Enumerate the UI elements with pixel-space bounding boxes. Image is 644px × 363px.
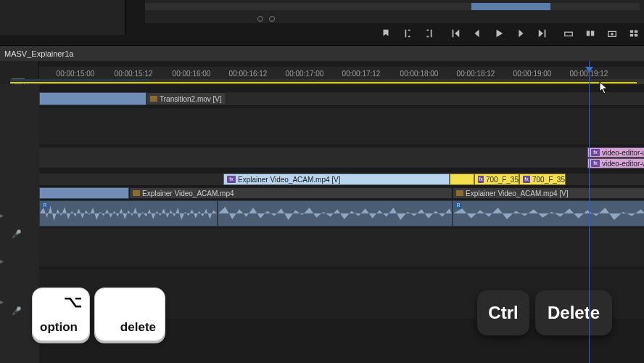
mini-timeline[interactable] xyxy=(145,3,640,10)
key-label: delete xyxy=(120,320,156,335)
svg-rect-6 xyxy=(635,30,637,33)
clip-v1-head[interactable] xyxy=(39,187,129,199)
clip-v2-gap[interactable] xyxy=(450,174,474,185)
step-forward-button[interactable] xyxy=(515,28,527,39)
key-label: Delete xyxy=(548,303,600,323)
clip-pink-1[interactable]: fx video-editor-using-pro xyxy=(587,147,644,158)
lift-button[interactable] xyxy=(563,28,574,39)
svg-rect-0 xyxy=(565,32,573,36)
timecode-label: 00:00:19:00 xyxy=(513,70,552,78)
timecode-label: 00:00:18:00 xyxy=(400,70,439,78)
clip-transition[interactable]: Transition2.mov [V] xyxy=(146,92,226,105)
key-ctrl: Ctrl xyxy=(477,290,529,335)
timecode-label: 00:00:16:12 xyxy=(229,70,268,78)
audio-clip-c[interactable]: R xyxy=(453,200,644,227)
svg-rect-5 xyxy=(630,30,633,33)
key-label: Ctrl xyxy=(488,303,518,323)
svg-point-4 xyxy=(611,33,614,36)
mark-out-button[interactable] xyxy=(424,28,435,39)
mark-in-button[interactable] xyxy=(402,28,413,39)
audio-track-1[interactable]: R R xyxy=(39,200,644,227)
fx-badge: fx xyxy=(591,160,600,167)
sequence-tab[interactable]: MASV_Explainer1a xyxy=(0,45,644,61)
add-marker-button[interactable] xyxy=(380,28,392,39)
timecode-label: 00:00:18:12 xyxy=(457,70,495,78)
video-track-overlay[interactable]: fx video-editor-using-pro fx video-edito… xyxy=(39,147,644,168)
timecode-label: 00:00:15:12 xyxy=(115,70,153,78)
play-button[interactable] xyxy=(493,28,505,39)
fx-badge: fx xyxy=(523,176,530,183)
fx-badge: fx xyxy=(591,149,600,156)
clip-label: video-editor-working- xyxy=(602,160,644,168)
export-frame-button[interactable] xyxy=(606,28,618,39)
step-back-button[interactable] xyxy=(471,28,483,39)
clip-v1-explainer[interactable]: Explainer Video_ACAM.mp4 xyxy=(129,187,453,199)
clip-label: Transition2.mov [V] xyxy=(160,95,222,103)
slate-icon xyxy=(456,190,463,196)
video-track-3[interactable]: Transition2.mov [V] xyxy=(39,91,644,106)
clip-label: video-editor-using-pro xyxy=(602,149,644,157)
video-track-2[interactable]: fx Explainer Video_ACAM.mp4 [V] fx 700_F… xyxy=(39,173,644,186)
key-option: ⌥ option xyxy=(32,287,90,341)
timecode-label: 00:00:17:00 xyxy=(286,70,324,78)
timecode-label: 00:00:15:00 xyxy=(57,70,95,78)
mouse-cursor xyxy=(599,81,609,94)
clip-label: Explainer Video_ACAM.mp4 [V] xyxy=(466,189,569,197)
sequence-name: MASV_Explainer1a xyxy=(4,49,73,58)
mic-icon[interactable]: 🎤 xyxy=(12,306,20,315)
mini-timeline-handle[interactable] xyxy=(471,3,550,10)
key-label: option xyxy=(40,320,78,335)
goto-out-button[interactable] xyxy=(537,28,548,39)
mic-icon[interactable]: 🎤 xyxy=(12,229,20,238)
audio-clip-b[interactable] xyxy=(218,200,453,227)
svg-rect-8 xyxy=(635,34,637,37)
clip-label: Explainer Video_ACAM.mp4 xyxy=(142,189,234,197)
svg-rect-7 xyxy=(630,34,633,37)
key-delete-dark: Delete xyxy=(535,290,612,335)
key-delete-white: delete xyxy=(94,287,165,341)
video-track-gap xyxy=(39,107,644,145)
clip-700-a[interactable]: fx 700_F_35 xyxy=(474,174,519,185)
clip-pink-2[interactable]: fx video-editor-working- xyxy=(587,158,644,168)
fx-badge: fx xyxy=(227,176,236,183)
clip-transition-head[interactable] xyxy=(39,92,146,105)
time-ruler[interactable]: 00:00:15:0000:00:15:1200:00:16:0000:00:1… xyxy=(39,67,644,84)
svg-rect-1 xyxy=(587,31,590,36)
clip-700-b[interactable]: fx 700_F_35 xyxy=(519,174,566,185)
slate-icon xyxy=(150,96,157,102)
clip-v1-explainer-2[interactable]: Explainer Video_ACAM.mp4 [V] xyxy=(453,187,644,199)
ruler-range xyxy=(10,82,637,83)
source-panel-stub xyxy=(0,0,125,35)
settings-button[interactable] xyxy=(628,28,640,39)
clip-label: 700_F_35 xyxy=(486,176,519,184)
monitor-strip xyxy=(0,0,644,45)
option-symbol: ⌥ xyxy=(64,293,82,311)
timecode-label: 00:00:17:12 xyxy=(342,70,381,78)
transport-controls xyxy=(380,28,640,39)
video-track-1[interactable]: Explainer Video_ACAM.mp4 Explainer Video… xyxy=(39,187,644,200)
clip-label: Explainer Video_ACAM.mp4 [V] xyxy=(238,176,341,184)
slate-icon xyxy=(133,190,140,196)
fx-badge: fx xyxy=(478,176,484,183)
extract-button[interactable] xyxy=(585,28,596,39)
timecode-label: 00:00:16:00 xyxy=(173,70,211,78)
goto-in-button[interactable] xyxy=(450,28,461,39)
clip-label: 700_F_35 xyxy=(532,176,565,184)
svg-rect-2 xyxy=(591,31,594,36)
mini-mode-dots xyxy=(257,16,275,22)
audio-track-2[interactable] xyxy=(39,228,644,267)
clip-explainer-v2[interactable]: fx Explainer Video_ACAM.mp4 [V] xyxy=(223,174,450,185)
playhead[interactable] xyxy=(589,61,590,363)
audio-clip-a[interactable]: R xyxy=(39,200,218,227)
